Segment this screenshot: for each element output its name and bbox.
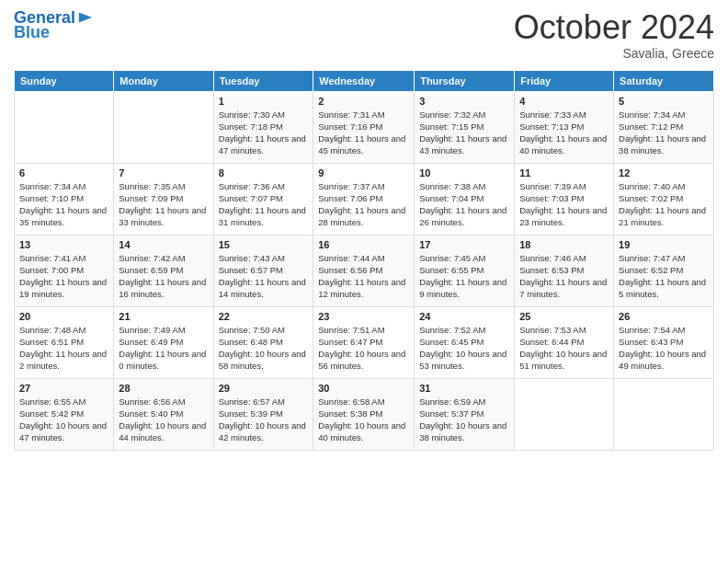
day-cell: 24Sunrise: 7:52 AMSunset: 6:45 PMDayligh… [415, 306, 515, 378]
day-info: Sunrise: 7:32 AMSunset: 7:15 PMDaylight:… [419, 109, 509, 157]
day-cell: 25Sunrise: 7:53 AMSunset: 6:44 PMDayligh… [515, 306, 614, 378]
day-cell: 7Sunrise: 7:35 AMSunset: 7:09 PMDaylight… [114, 163, 213, 235]
day-cell: 20Sunrise: 7:48 AMSunset: 6:51 PMDayligh… [15, 306, 114, 378]
day-number: 13 [19, 239, 108, 250]
day-info: Sunrise: 7:47 AMSunset: 6:52 PMDaylight:… [619, 252, 709, 301]
day-cell: 16Sunrise: 7:44 AMSunset: 6:56 PMDayligh… [313, 235, 415, 306]
day-info: Sunrise: 7:52 AMSunset: 6:45 PMDaylight:… [419, 324, 509, 373]
day-info: Sunrise: 7:33 AMSunset: 7:13 PMDaylight:… [519, 109, 609, 157]
day-info: Sunrise: 7:40 AMSunset: 7:02 PMDaylight:… [619, 180, 709, 229]
day-info: Sunrise: 7:36 AMSunset: 7:07 PMDaylight:… [219, 180, 309, 229]
day-number: 31 [419, 383, 509, 394]
col-tuesday: Tuesday [213, 70, 313, 91]
day-cell: 9Sunrise: 7:37 AMSunset: 7:06 PMDaylight… [313, 163, 415, 235]
day-info: Sunrise: 6:55 AMSunset: 5:42 PMDaylight:… [19, 396, 108, 444]
day-number: 28 [119, 383, 208, 394]
day-number: 29 [219, 383, 309, 394]
day-info: Sunrise: 7:43 AMSunset: 6:57 PMDaylight:… [219, 252, 309, 301]
day-cell: 30Sunrise: 6:58 AMSunset: 5:38 PMDayligh… [313, 378, 415, 450]
day-number: 21 [119, 311, 208, 322]
day-cell [614, 378, 714, 450]
day-cell: 14Sunrise: 7:42 AMSunset: 6:59 PMDayligh… [114, 235, 213, 306]
day-cell [15, 91, 114, 163]
day-cell: 31Sunrise: 6:59 AMSunset: 5:37 PMDayligh… [415, 378, 515, 450]
day-info: Sunrise: 6:59 AMSunset: 5:37 PMDaylight:… [419, 396, 509, 444]
day-info: Sunrise: 6:57 AMSunset: 5:39 PMDaylight:… [219, 396, 309, 444]
day-number: 20 [19, 311, 108, 322]
header: General Blue October 2024 Savalia, Greec… [14, 9, 714, 61]
title-block: October 2024 Savalia, Greece [514, 9, 714, 61]
day-cell: 12Sunrise: 7:40 AMSunset: 7:02 PMDayligh… [614, 163, 714, 235]
day-info: Sunrise: 7:31 AMSunset: 7:16 PMDaylight:… [318, 109, 409, 157]
day-cell: 15Sunrise: 7:43 AMSunset: 6:57 PMDayligh… [213, 235, 313, 306]
day-number: 1 [219, 96, 309, 107]
svg-marker-0 [79, 12, 92, 22]
header-row: Sunday Monday Tuesday Wednesday Thursday… [15, 70, 714, 91]
col-monday: Monday [114, 70, 213, 91]
day-info: Sunrise: 7:34 AMSunset: 7:12 PMDaylight:… [619, 109, 709, 157]
day-number: 22 [219, 311, 309, 322]
day-cell: 26Sunrise: 7:54 AMSunset: 6:43 PMDayligh… [614, 306, 714, 378]
day-cell: 27Sunrise: 6:55 AMSunset: 5:42 PMDayligh… [15, 378, 114, 450]
day-info: Sunrise: 7:48 AMSunset: 6:51 PMDaylight:… [19, 324, 108, 373]
col-wednesday: Wednesday [313, 70, 415, 91]
calendar-table: Sunday Monday Tuesday Wednesday Thursday… [14, 70, 714, 451]
day-cell [114, 91, 213, 163]
day-cell: 11Sunrise: 7:39 AMSunset: 7:03 PMDayligh… [515, 163, 614, 235]
day-cell [515, 378, 614, 450]
day-cell: 10Sunrise: 7:38 AMSunset: 7:04 PMDayligh… [415, 163, 515, 235]
day-number: 26 [619, 311, 709, 322]
day-number: 23 [318, 311, 409, 322]
day-info: Sunrise: 7:49 AMSunset: 6:49 PMDaylight:… [119, 324, 208, 373]
day-cell: 5Sunrise: 7:34 AMSunset: 7:12 PMDaylight… [614, 91, 714, 163]
month-title: October 2024 [514, 9, 714, 46]
day-number: 7 [119, 167, 208, 178]
week-row-3: 13Sunrise: 7:41 AMSunset: 7:00 PMDayligh… [15, 235, 714, 306]
day-info: Sunrise: 7:54 AMSunset: 6:43 PMDaylight:… [619, 324, 709, 373]
day-cell: 2Sunrise: 7:31 AMSunset: 7:16 PMDaylight… [313, 91, 415, 163]
col-sunday: Sunday [15, 70, 114, 91]
day-info: Sunrise: 7:53 AMSunset: 6:44 PMDaylight:… [519, 324, 609, 373]
day-number: 12 [619, 167, 709, 178]
col-thursday: Thursday [415, 70, 515, 91]
week-row-5: 27Sunrise: 6:55 AMSunset: 5:42 PMDayligh… [15, 378, 714, 450]
day-number: 6 [19, 167, 108, 178]
day-number: 2 [318, 96, 409, 107]
day-info: Sunrise: 7:35 AMSunset: 7:09 PMDaylight:… [119, 180, 208, 229]
day-cell: 22Sunrise: 7:50 AMSunset: 6:48 PMDayligh… [213, 306, 313, 378]
day-cell: 18Sunrise: 7:46 AMSunset: 6:53 PMDayligh… [515, 235, 614, 306]
day-number: 27 [19, 383, 108, 394]
day-cell: 1Sunrise: 7:30 AMSunset: 7:18 PMDaylight… [213, 91, 313, 163]
day-info: Sunrise: 7:46 AMSunset: 6:53 PMDaylight:… [519, 252, 609, 301]
day-info: Sunrise: 7:38 AMSunset: 7:04 PMDaylight:… [419, 180, 509, 229]
day-info: Sunrise: 6:56 AMSunset: 5:40 PMDaylight:… [119, 396, 208, 444]
day-info: Sunrise: 7:42 AMSunset: 6:59 PMDaylight:… [119, 252, 208, 301]
day-info: Sunrise: 7:51 AMSunset: 6:47 PMDaylight:… [318, 324, 409, 373]
logo-blue-text: Blue [14, 24, 50, 42]
day-number: 4 [519, 96, 609, 107]
day-number: 14 [119, 239, 208, 250]
day-number: 30 [318, 383, 409, 394]
day-number: 11 [519, 167, 609, 178]
day-number: 25 [519, 311, 609, 322]
col-saturday: Saturday [614, 70, 714, 91]
day-number: 10 [419, 167, 509, 178]
day-cell: 19Sunrise: 7:47 AMSunset: 6:52 PMDayligh… [614, 235, 714, 306]
day-cell: 13Sunrise: 7:41 AMSunset: 7:00 PMDayligh… [15, 235, 114, 306]
day-info: Sunrise: 7:45 AMSunset: 6:55 PMDaylight:… [419, 252, 509, 301]
week-row-4: 20Sunrise: 7:48 AMSunset: 6:51 PMDayligh… [15, 306, 714, 378]
day-number: 5 [619, 96, 709, 107]
day-cell: 3Sunrise: 7:32 AMSunset: 7:15 PMDaylight… [415, 91, 515, 163]
day-info: Sunrise: 7:34 AMSunset: 7:10 PMDaylight:… [19, 180, 108, 229]
day-number: 16 [318, 239, 409, 250]
day-cell: 21Sunrise: 7:49 AMSunset: 6:49 PMDayligh… [114, 306, 213, 378]
day-info: Sunrise: 6:58 AMSunset: 5:38 PMDaylight:… [318, 396, 409, 444]
day-number: 15 [219, 239, 309, 250]
day-info: Sunrise: 7:30 AMSunset: 7:18 PMDaylight:… [219, 109, 309, 157]
day-cell: 28Sunrise: 6:56 AMSunset: 5:40 PMDayligh… [114, 378, 213, 450]
col-friday: Friday [515, 70, 614, 91]
location-subtitle: Savalia, Greece [514, 46, 714, 61]
day-number: 19 [619, 239, 709, 250]
calendar-page: General Blue October 2024 Savalia, Greec… [0, 0, 728, 563]
week-row-2: 6Sunrise: 7:34 AMSunset: 7:10 PMDaylight… [15, 163, 714, 235]
